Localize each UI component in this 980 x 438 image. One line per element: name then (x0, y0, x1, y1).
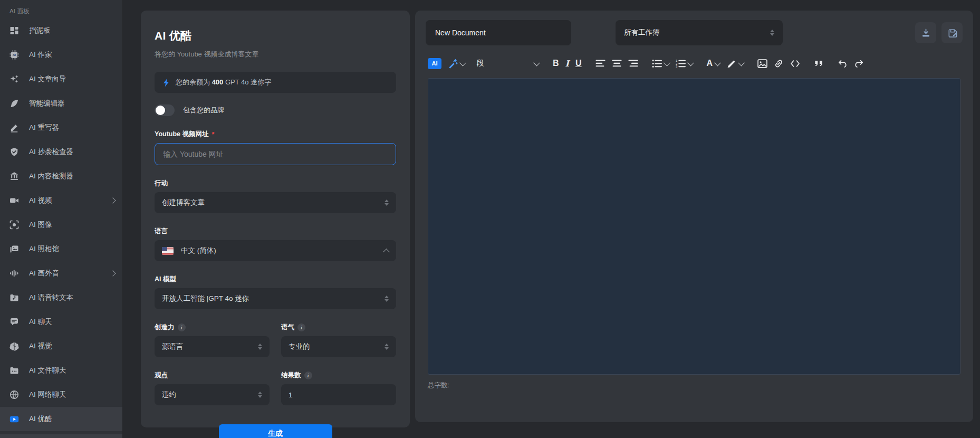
sidebar-item-rewriter[interactable]: AI 重写器 (0, 116, 122, 140)
sidebar-item-label: AI 视频 (29, 196, 52, 205)
save-button[interactable] (941, 22, 963, 43)
download-icon (920, 27, 931, 39)
creativity-select[interactable]: 源语言 (155, 336, 270, 357)
sidebar-item-ai-vision[interactable]: AI 视觉 (0, 334, 122, 358)
sidebar-item-ai-chat[interactable]: AI 聊天 (0, 310, 122, 334)
chevron-right-icon (110, 270, 116, 276)
sidebar-item-ai-youtube[interactable]: AI 优酷 (0, 407, 122, 431)
balance-banner: 您的余额为 400 GPT 4o 迷你字 (155, 72, 396, 93)
camera-viewfinder-icon (9, 220, 19, 230)
viewpoint-select[interactable]: 违约 (155, 384, 270, 405)
numbered-list-dropdown[interactable]: 123 (676, 59, 693, 69)
svg-text:3: 3 (676, 65, 677, 68)
sidebar-item-label: AI 作家 (29, 50, 52, 60)
language-label: 语言 (155, 227, 396, 236)
options-row-2: 观点 违约 结果数 (155, 371, 396, 405)
info-icon (297, 323, 305, 331)
dashboard-icon (9, 26, 19, 35)
chevron-down-icon (459, 59, 466, 66)
sidebar-item-label: AI 视觉 (29, 341, 52, 351)
insert-link-icon[interactable] (774, 59, 784, 69)
sidebar-header: AI 面板 (0, 0, 122, 18)
editor-toolbar: AI 段 B I U 123 A (428, 54, 960, 73)
sidebar-item-voiceover[interactable]: AI 画外音 (0, 261, 122, 285)
select-arrows-icon (258, 344, 262, 350)
ai-tools-button[interactable]: AI (428, 58, 441, 69)
info-icon (304, 372, 312, 379)
bullet-list-icon (652, 59, 662, 69)
ai-chip-icon: AI (9, 50, 19, 60)
highlighter-icon (726, 59, 736, 69)
select-arrows-icon (385, 199, 389, 206)
redo-icon[interactable] (854, 59, 864, 69)
sidebar-item-content-detector[interactable]: AI 内容检测器 (0, 164, 122, 188)
brand-toggle[interactable] (155, 104, 175, 116)
word-count-label: 总字数: (428, 382, 449, 389)
underline-button[interactable]: U (575, 59, 582, 68)
sidebar-item-web-chat[interactable]: AI 网络聊天 (0, 383, 122, 407)
insert-image-icon[interactable] (757, 59, 767, 69)
bold-button[interactable]: B (553, 59, 559, 68)
viewpoint-field: 观点 违约 (155, 371, 270, 405)
workbook-select[interactable]: 所有工作簿 (616, 20, 783, 45)
sidebar-item-label: 挡泥板 (29, 26, 51, 35)
generate-button[interactable]: 生成 (219, 424, 332, 438)
globe-icon (9, 390, 19, 399)
paragraph-format-select[interactable]: 段 (477, 59, 539, 68)
bank-icon (9, 172, 19, 181)
align-left-icon[interactable] (595, 59, 606, 69)
results-input[interactable] (281, 384, 396, 405)
language-select[interactable]: 中文 (简体) (155, 240, 396, 261)
sidebar-item-label: AI 语音转文本 (29, 293, 73, 302)
action-label: 行动 (155, 179, 396, 188)
sidebar-item-photo-studio[interactable]: AI 照相馆 (0, 237, 122, 261)
code-icon[interactable] (790, 59, 800, 69)
chevron-down-icon (738, 59, 745, 66)
select-arrows-icon (385, 296, 389, 302)
select-arrows-icon (258, 392, 262, 398)
editor-header: 所有工作簿 (415, 11, 973, 45)
sidebar-item-ai-video[interactable]: AI 视频 (0, 188, 122, 213)
sidebar-item-article-wizard[interactable]: AI 文章向导 (0, 67, 122, 91)
sidebar: AI 面板 挡泥板 AI AI 作家 AI 文章向导 智能编辑器 AI 重写器 … (0, 0, 123, 438)
magic-wand-dropdown[interactable] (448, 59, 465, 69)
bullet-list-dropdown[interactable] (652, 59, 669, 69)
sparkles-icon (9, 74, 19, 84)
editor-canvas[interactable] (428, 78, 960, 375)
sidebar-item-dashboard[interactable]: 挡泥板 (0, 18, 122, 43)
sidebar-item-ai-writer[interactable]: AI AI 作家 (0, 43, 122, 67)
numbered-list-icon: 123 (676, 59, 686, 69)
sidebar-item-file-chat[interactable]: AI 文件聊天 (0, 358, 122, 383)
sidebar-item-label: AI 聊天 (29, 317, 52, 327)
sidebar-item-ai-image[interactable]: AI 图像 (0, 213, 122, 237)
align-center-icon[interactable] (612, 59, 622, 69)
chevron-right-icon (110, 197, 116, 203)
text-color-dropdown[interactable]: A (707, 59, 720, 68)
sidebar-item-smart-editor[interactable]: 智能编辑器 (0, 91, 122, 116)
highlight-dropdown[interactable] (726, 59, 744, 69)
tone-label: 语气 (281, 323, 294, 332)
page-title: AI 优酷 (155, 28, 396, 43)
word-count: 总字数: (428, 381, 973, 390)
undo-icon[interactable] (838, 59, 848, 69)
youtube-url-input[interactable] (155, 143, 396, 165)
youtube-url-label: Youtube 视频网址 (155, 130, 209, 139)
text-color-label: A (707, 59, 713, 68)
action-field: 行动 创建博客文章 (155, 179, 396, 213)
model-select[interactable]: 开放人工智能 |GPT 4o 迷你 (155, 288, 396, 309)
align-right-icon[interactable] (628, 59, 638, 69)
sidebar-item-plagiarism-checker[interactable]: AI 抄袭检查器 (0, 140, 122, 164)
results-label: 结果数 (281, 371, 301, 380)
action-select[interactable]: 创建博客文章 (155, 192, 396, 213)
sidebar-item-speech-to-text[interactable]: AI 语音转文本 (0, 285, 122, 310)
model-label: AI 模型 (155, 275, 396, 284)
save-edit-icon (947, 27, 958, 39)
tone-select[interactable]: 专业的 (281, 336, 396, 357)
sidebar-item-label: 智能编辑器 (29, 99, 65, 108)
document-title-input[interactable] (426, 20, 571, 45)
italic-button[interactable]: I (565, 59, 569, 69)
download-button[interactable] (915, 22, 936, 43)
blockquote-icon[interactable] (814, 59, 824, 69)
youtube-icon (9, 414, 19, 424)
sidebar-item-label: AI 抄袭检查器 (29, 147, 73, 157)
